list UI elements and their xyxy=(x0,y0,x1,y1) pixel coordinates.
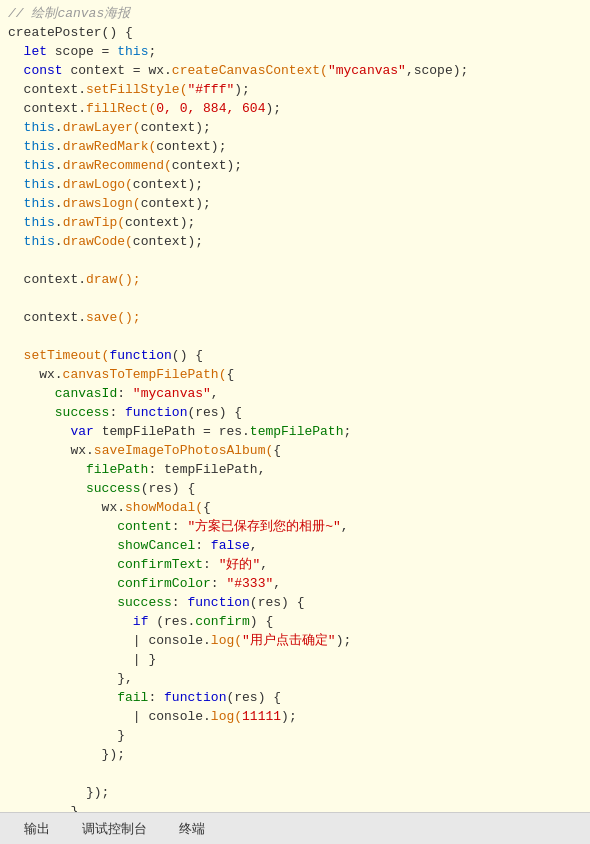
code-line: wx.canvasToTempFilePath({ xyxy=(0,365,590,384)
code-line: success: function(res) { xyxy=(0,403,590,422)
code-line: confirmText: "好的", xyxy=(0,555,590,574)
code-line: this.drawRecommend(context); xyxy=(0,156,590,175)
code-line: }); xyxy=(0,745,590,764)
code-line: context.draw(); xyxy=(0,270,590,289)
code-line: this.drawLogo(context); xyxy=(0,175,590,194)
code-line: this.drawRedMark(context); xyxy=(0,137,590,156)
code-line: wx.saveImageToPhotosAlbum({ xyxy=(0,441,590,460)
tab-output[interactable]: 输出 xyxy=(8,816,66,842)
code-line xyxy=(0,764,590,783)
code-line: }); xyxy=(0,783,590,802)
code-line: fail: function(res) { xyxy=(0,688,590,707)
code-line xyxy=(0,327,590,346)
code-line: // 绘制canvas海报 xyxy=(0,4,590,23)
code-line: this.drawslogn(context); xyxy=(0,194,590,213)
editor-container: // 绘制canvas海报createPoster() { let scope … xyxy=(0,0,590,844)
code-line: | console.log("用户点击确定"); xyxy=(0,631,590,650)
tab-debug-console[interactable]: 调试控制台 xyxy=(66,816,163,842)
bottom-bar: 输出 调试控制台 终端 xyxy=(0,812,590,844)
code-line: } xyxy=(0,802,590,812)
code-line: canvasId: "mycanvas", xyxy=(0,384,590,403)
code-line: createPoster() { xyxy=(0,23,590,42)
code-line xyxy=(0,251,590,270)
code-line: wx.showModal({ xyxy=(0,498,590,517)
code-line: content: "方案已保存到您的相册~", xyxy=(0,517,590,536)
code-line: let scope = this; xyxy=(0,42,590,61)
code-line: this.drawTip(context); xyxy=(0,213,590,232)
code-line: success: function(res) { xyxy=(0,593,590,612)
code-line: var tempFilePath = res.tempFilePath; xyxy=(0,422,590,441)
code-line: context.save(); xyxy=(0,308,590,327)
code-line: context.fillRect(0, 0, 884, 604); xyxy=(0,99,590,118)
code-line: }, xyxy=(0,669,590,688)
code-line: context.setFillStyle("#fff"); xyxy=(0,80,590,99)
code-line: showCancel: false, xyxy=(0,536,590,555)
code-area[interactable]: // 绘制canvas海报createPoster() { let scope … xyxy=(0,0,590,812)
code-line: setTimeout(function() { xyxy=(0,346,590,365)
tab-terminal[interactable]: 终端 xyxy=(163,816,221,842)
code-line: const context = wx.createCanvasContext("… xyxy=(0,61,590,80)
code-line: confirmColor: "#333", xyxy=(0,574,590,593)
code-line: this.drawLayer(context); xyxy=(0,118,590,137)
code-line xyxy=(0,289,590,308)
code-line: filePath: tempFilePath, xyxy=(0,460,590,479)
code-line: success(res) { xyxy=(0,479,590,498)
code-line: this.drawCode(context); xyxy=(0,232,590,251)
code-line: | console.log(11111); xyxy=(0,707,590,726)
code-line: } xyxy=(0,726,590,745)
code-line: | } xyxy=(0,650,590,669)
code-line: if (res.confirm) { xyxy=(0,612,590,631)
